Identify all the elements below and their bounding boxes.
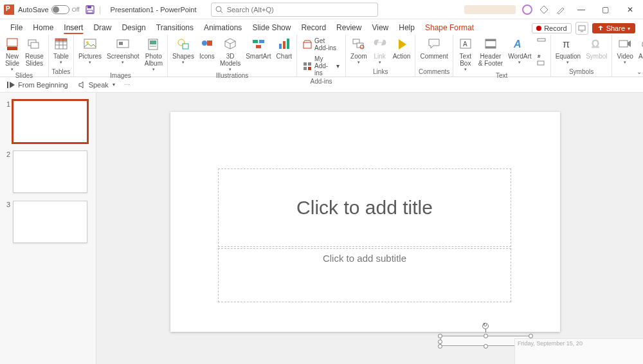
- group-images-label: Images: [110, 72, 131, 80]
- video-button[interactable]: Video▾: [615, 36, 635, 65]
- subtitle-placeholder[interactable]: Click to add subtitle: [218, 248, 511, 302]
- new-slide-icon: [5, 37, 19, 51]
- resize-handle[interactable]: [438, 334, 442, 338]
- chart-button[interactable]: Chart: [275, 36, 294, 60]
- tab-shape-format[interactable]: Shape Format: [420, 21, 479, 35]
- slide[interactable]: Click to add title Click to add subtitle: [170, 112, 560, 332]
- text-more-button[interactable]: #: [535, 36, 548, 68]
- speak-icon: [77, 80, 86, 89]
- title-bar: AutoSave Off | Presentation1 - PowerPoin…: [0, 0, 643, 19]
- profile-avatar[interactable]: [522, 5, 532, 15]
- svg-rect-35: [303, 42, 311, 48]
- symbol-button: Ω Symbol: [584, 36, 609, 60]
- diamond-icon[interactable]: [539, 5, 549, 15]
- resize-handle[interactable]: [438, 340, 442, 344]
- thumbnail-number: 3: [4, 201, 10, 208]
- equation-button[interactable]: π Equation▾: [554, 36, 583, 65]
- reuse-slides-button[interactable]: Reuse Slides: [23, 36, 46, 67]
- get-addins-button[interactable]: Get Add-ins: [300, 36, 343, 53]
- text-box-button[interactable]: A Text Box▾: [456, 36, 475, 72]
- svg-rect-29: [253, 40, 258, 43]
- maximize-button[interactable]: ▢: [597, 0, 615, 19]
- close-button[interactable]: ✕: [621, 0, 639, 19]
- thumbnail-1[interactable]: [13, 100, 87, 143]
- my-addins-button[interactable]: My Add-ins▾: [300, 54, 343, 78]
- tab-slideshow[interactable]: Slide Show: [247, 21, 296, 35]
- tab-review[interactable]: Review: [331, 21, 367, 35]
- ribbon-collapse-icon[interactable]: ⌄: [637, 68, 642, 75]
- autosave-switch[interactable]: [51, 5, 69, 14]
- resize-handle[interactable]: [529, 334, 533, 338]
- document-title: Presentation1 - PowerPoint: [111, 6, 197, 14]
- table-button[interactable]: Table▾: [51, 36, 71, 65]
- vertical-scrollbar[interactable]: [634, 93, 643, 364]
- svg-text:#: #: [538, 53, 541, 59]
- svg-rect-18: [84, 39, 96, 48]
- thumbnail-row[interactable]: 2: [0, 149, 96, 199]
- smartart-button[interactable]: SmartArt: [244, 36, 273, 60]
- search-box[interactable]: Search (Alt+Q): [211, 3, 378, 17]
- record-button[interactable]: Record: [532, 23, 571, 33]
- resize-handle[interactable]: [438, 344, 442, 349]
- shapes-button[interactable]: Shapes▾: [170, 36, 196, 65]
- speak-button[interactable]: Speak ▾: [77, 80, 115, 89]
- record-label: Record: [544, 24, 566, 32]
- pen-icon[interactable]: [556, 5, 566, 15]
- tab-record[interactable]: Record: [296, 21, 331, 35]
- share-button[interactable]: Share▾: [592, 23, 635, 33]
- wordart-button[interactable]: A WordArt▾: [506, 36, 534, 65]
- svg-rect-32: [279, 44, 282, 49]
- thumbnail-3[interactable]: [13, 201, 87, 243]
- svg-text:Ω: Ω: [592, 39, 599, 50]
- tab-transitions[interactable]: Transitions: [151, 21, 199, 35]
- resize-handle[interactable]: [484, 334, 488, 338]
- slide-thumbnails-panel[interactable]: 1 2 3: [0, 93, 96, 364]
- addins-icon: [303, 62, 312, 71]
- present-mode-icon[interactable]: [575, 22, 588, 35]
- save-icon[interactable]: [85, 5, 95, 15]
- header-footer-button[interactable]: Header & Footer: [476, 36, 505, 67]
- pictures-button[interactable]: Pictures▾: [77, 36, 104, 65]
- photo-album-icon: [147, 37, 161, 51]
- svg-marker-5: [540, 6, 548, 14]
- group-tables: Table▾ Tables: [49, 35, 74, 77]
- thumbnail-row[interactable]: 1: [0, 99, 96, 149]
- tab-view[interactable]: View: [367, 21, 394, 35]
- ribbon: New Slide▾ Reuse Slides Slides Table▾ Ta…: [0, 35, 643, 77]
- minimize-button[interactable]: —: [572, 0, 590, 19]
- action-button[interactable]: Action: [391, 36, 413, 60]
- icons-button[interactable]: Icons: [197, 36, 217, 60]
- svg-rect-50: [538, 39, 545, 41]
- tab-insert[interactable]: Insert: [59, 21, 88, 35]
- new-slide-button[interactable]: New Slide▾: [3, 36, 22, 72]
- photo-album-button[interactable]: Photo Album▾: [143, 36, 165, 72]
- screenshot-button[interactable]: Screenshot▾: [105, 36, 141, 65]
- tab-file[interactable]: File: [5, 21, 28, 35]
- 3d-models-button[interactable]: 3D Models▾: [218, 36, 242, 72]
- tab-home[interactable]: Home: [28, 21, 59, 35]
- slide-canvas-area[interactable]: Click to add title Click to add subtitle…: [96, 93, 643, 364]
- svg-rect-55: [619, 41, 628, 47]
- svg-rect-39: [308, 67, 311, 70]
- search-icon: [215, 6, 223, 14]
- zoom-button[interactable]: Zoom▾: [349, 36, 369, 65]
- tab-help[interactable]: Help: [394, 21, 420, 35]
- resize-handle[interactable]: [484, 344, 488, 349]
- comment-button[interactable]: Comment: [418, 36, 449, 60]
- tab-design[interactable]: Design: [116, 21, 150, 35]
- from-beginning-button[interactable]: From Beginning: [6, 80, 68, 89]
- text-box-icon: A: [458, 37, 473, 51]
- thumbnail-2[interactable]: [13, 150, 87, 193]
- tab-draw[interactable]: Draw: [88, 21, 116, 35]
- audio-button[interactable]: Audio▾: [637, 36, 643, 65]
- thumbnail-row[interactable]: 3: [0, 199, 96, 250]
- wordart-icon: A: [512, 37, 527, 51]
- svg-rect-28: [207, 41, 212, 46]
- quickbar-overflow[interactable]: ⋯: [124, 82, 130, 88]
- svg-rect-34: [287, 39, 289, 49]
- account-placeholder[interactable]: [464, 5, 516, 14]
- rotation-handle[interactable]: [482, 323, 489, 329]
- autosave-toggle[interactable]: AutoSave Off: [18, 5, 80, 14]
- tab-animations[interactable]: Animations: [199, 21, 247, 35]
- title-placeholder[interactable]: Click to add title: [218, 168, 511, 247]
